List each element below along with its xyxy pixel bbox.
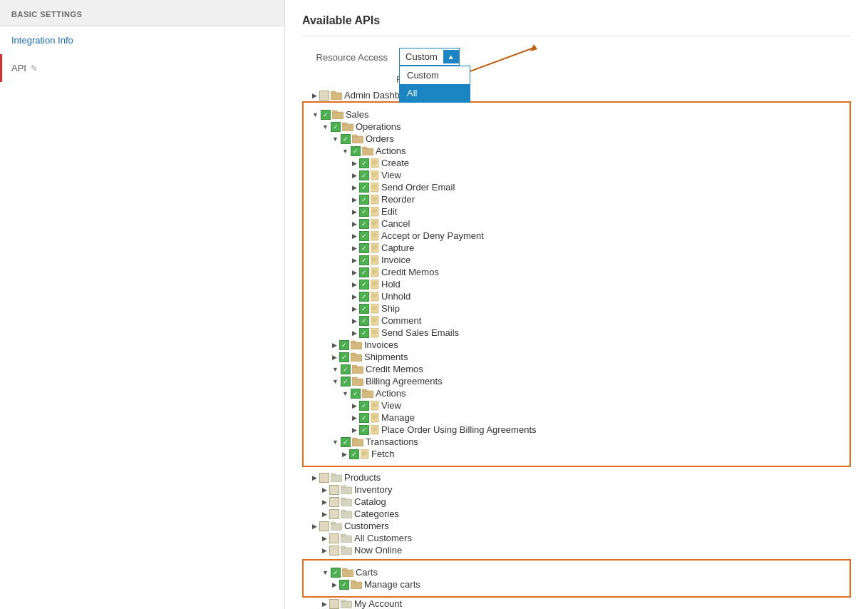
toggle-comment[interactable]: ▶ — [352, 317, 357, 324]
checkbox-ship[interactable]: ✓ — [359, 304, 369, 314]
checkbox-fetch[interactable]: ✓ — [349, 449, 359, 459]
tree-item-transactions: ▼ ✓ Transactions — [312, 436, 841, 448]
toggle-shipments[interactable]: ▶ — [332, 354, 337, 361]
checkbox-inventory[interactable] — [329, 485, 339, 495]
checkbox-cancel[interactable]: ✓ — [359, 219, 369, 229]
toggle-transactions[interactable]: ▼ — [332, 439, 339, 446]
svg-rect-32 — [371, 219, 378, 228]
dropdown-option-all[interactable]: All — [400, 84, 470, 102]
toggle-reorder[interactable]: ▶ — [352, 196, 357, 203]
toggle-sales[interactable]: ▼ — [312, 111, 319, 118]
checkbox-place-order-billing[interactable]: ✓ — [359, 425, 369, 435]
checkbox-transactions[interactable]: ✓ — [341, 437, 351, 447]
label-hold: Hold — [381, 279, 401, 290]
toggle-capture[interactable]: ▶ — [352, 245, 357, 252]
toggle-actions-billing[interactable]: ▼ — [342, 390, 348, 397]
toggle-my-account[interactable]: ▶ — [322, 600, 327, 608]
toggle-view-billing[interactable]: ▶ — [352, 402, 357, 409]
toggle-now-online[interactable]: ▶ — [322, 547, 327, 554]
edit-icon[interactable]: ✎ — [31, 63, 38, 73]
resource-access-row: Resource Access Custom ▲ Custom All — [302, 48, 851, 66]
toggle-invoices[interactable]: ▶ — [332, 342, 337, 349]
checkbox-manage-billing[interactable]: ✓ — [359, 413, 369, 423]
toggle-orders[interactable]: ▼ — [332, 135, 339, 143]
checkbox-accept-deny-payment[interactable]: ✓ — [359, 231, 369, 241]
toggle-admin-dashboard[interactable]: ▶ — [312, 92, 317, 99]
toggle-credit-memos-ops[interactable]: ▼ — [332, 366, 339, 373]
toggle-billing-agreements[interactable]: ▼ — [332, 378, 339, 385]
checkbox-invoices[interactable]: ✓ — [339, 340, 349, 350]
toggle-categories[interactable]: ▶ — [322, 511, 327, 518]
toggle-credit-memos-actions[interactable]: ▶ — [352, 269, 357, 276]
toggle-unhold[interactable]: ▶ — [352, 293, 357, 300]
checkbox-comment[interactable]: ✓ — [359, 316, 369, 326]
checkbox-sales[interactable]: ✓ — [321, 110, 331, 120]
toggle-customers[interactable]: ▶ — [312, 523, 317, 530]
tree-item-cancel: ▶ ✓ Cancel — [312, 218, 841, 230]
checkbox-catalog[interactable] — [329, 497, 339, 507]
checkbox-send-order-email[interactable]: ✓ — [359, 183, 369, 193]
label-ship: Ship — [381, 303, 400, 314]
toggle-hold[interactable]: ▶ — [352, 281, 357, 288]
checkbox-now-online[interactable] — [329, 546, 339, 556]
folder-icon-products — [331, 473, 342, 482]
toggle-manage-billing[interactable]: ▶ — [352, 414, 357, 421]
sidebar-item-integration-info[interactable]: Integration Info — [0, 26, 284, 54]
toggle-create[interactable]: ▶ — [352, 160, 357, 167]
checkbox-send-sales-emails[interactable]: ✓ — [359, 328, 369, 338]
dropdown-option-custom[interactable]: Custom — [400, 66, 470, 84]
svg-rect-2 — [331, 93, 342, 100]
checkbox-hold[interactable]: ✓ — [359, 280, 369, 290]
resource-access-select[interactable]: Custom ▲ — [399, 48, 460, 66]
toggle-actions-orders[interactable]: ▼ — [342, 148, 348, 155]
checkbox-products[interactable] — [319, 473, 329, 483]
toggle-ship[interactable]: ▶ — [352, 305, 357, 312]
checkbox-shipments[interactable]: ✓ — [339, 352, 349, 362]
checkbox-carts[interactable]: ✓ — [331, 568, 341, 578]
toggle-send-sales-emails[interactable]: ▶ — [352, 329, 357, 337]
checkbox-admin-dashboard[interactable] — [319, 91, 329, 101]
checkbox-view[interactable]: ✓ — [359, 170, 369, 180]
checkbox-view-billing[interactable]: ✓ — [359, 401, 369, 411]
checkbox-orders[interactable]: ✓ — [341, 134, 351, 144]
checkbox-billing-agreements[interactable]: ✓ — [341, 377, 351, 387]
checkbox-capture[interactable]: ✓ — [359, 243, 369, 253]
checkbox-credit-memos-ops[interactable]: ✓ — [341, 364, 351, 374]
checkbox-actions-billing[interactable]: ✓ — [351, 389, 361, 399]
sidebar-item-api[interactable]: API ✎ — [0, 54, 284, 82]
checkbox-credit-memos-actions[interactable]: ✓ — [359, 267, 369, 277]
checkbox-my-account[interactable] — [329, 599, 339, 609]
toggle-catalog[interactable]: ▶ — [322, 498, 327, 506]
toggle-cancel[interactable]: ▶ — [352, 220, 357, 227]
checkbox-actions-orders[interactable]: ✓ — [351, 146, 361, 156]
toggle-carts[interactable]: ▼ — [322, 569, 329, 576]
checkbox-customers[interactable] — [319, 521, 329, 531]
checkbox-invoice[interactable]: ✓ — [359, 255, 369, 265]
toggle-invoice[interactable]: ▶ — [352, 257, 357, 264]
doc-icon-send-sales-emails — [371, 328, 379, 338]
checkbox-operations[interactable]: ✓ — [331, 122, 341, 132]
folder-icon-categories — [341, 509, 352, 518]
svg-rect-44 — [371, 255, 378, 265]
checkbox-reorder[interactable]: ✓ — [359, 195, 369, 205]
toggle-products[interactable]: ▶ — [312, 474, 317, 481]
checkbox-create[interactable]: ✓ — [359, 158, 369, 168]
checkbox-categories[interactable] — [329, 509, 339, 519]
checkbox-all-customers[interactable] — [329, 533, 339, 543]
toggle-accept-deny-payment[interactable]: ▶ — [352, 232, 357, 240]
toggle-all-customers[interactable]: ▶ — [322, 535, 327, 542]
checkbox-manage-carts[interactable]: ✓ — [339, 580, 349, 590]
dropdown-arrow-icon[interactable]: ▲ — [443, 50, 459, 63]
toggle-send-order-email[interactable]: ▶ — [352, 184, 357, 191]
toggle-view[interactable]: ▶ — [352, 172, 357, 179]
toggle-manage-carts[interactable]: ▶ — [332, 581, 337, 588]
toggle-place-order-billing[interactable]: ▶ — [352, 426, 357, 434]
svg-rect-56 — [371, 292, 378, 301]
svg-rect-105 — [341, 498, 346, 500]
toggle-fetch[interactable]: ▶ — [342, 451, 347, 458]
toggle-edit[interactable]: ▶ — [352, 208, 357, 215]
checkbox-edit[interactable]: ✓ — [359, 207, 369, 217]
checkbox-unhold[interactable]: ✓ — [359, 292, 369, 302]
toggle-operations[interactable]: ▼ — [322, 123, 329, 130]
toggle-inventory[interactable]: ▶ — [322, 486, 327, 493]
